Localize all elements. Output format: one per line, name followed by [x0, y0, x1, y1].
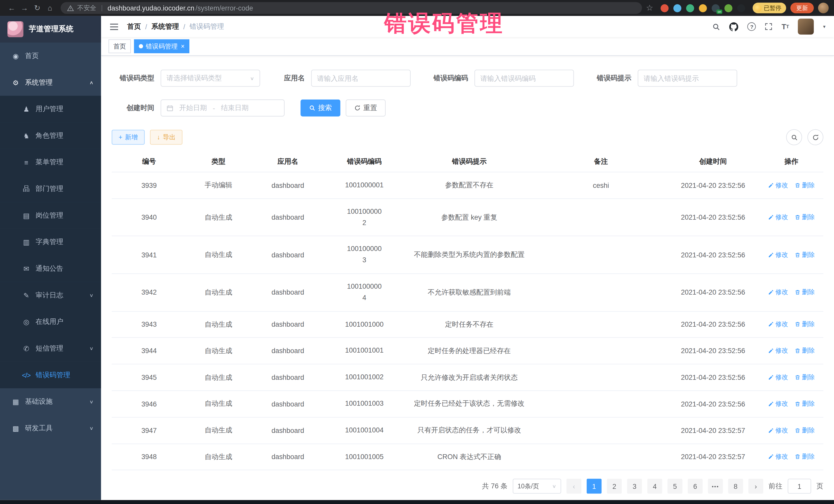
sidebar-item[interactable]: ✆ 短信管理 ∨: [0, 335, 101, 362]
avatar-caret-icon[interactable]: ▾: [823, 24, 825, 29]
page-button[interactable]: 8: [728, 479, 743, 494]
page-button[interactable]: 1: [587, 479, 601, 494]
github-icon[interactable]: [729, 22, 739, 31]
delete-link[interactable]: 删除: [794, 213, 815, 222]
sidebar-item[interactable]: ✎ 审计日志 ∨: [0, 282, 101, 309]
extension-icon-blue-drop[interactable]: [673, 4, 681, 12]
column-header[interactable]: 错误码提示: [403, 152, 535, 172]
page-button[interactable]: 2: [607, 479, 622, 494]
page-button[interactable]: 4: [647, 479, 662, 494]
sidebar-item[interactable]: ▥ 字典管理: [0, 229, 101, 255]
view-tag[interactable]: 错误码管理 ×: [134, 39, 190, 53]
sidebar-item[interactable]: 品 部门管理: [0, 176, 101, 202]
sidebar-item[interactable]: ◎ 在线用户: [0, 308, 101, 335]
font-size-icon[interactable]: TT: [782, 22, 789, 31]
delete-link[interactable]: 删除: [794, 320, 815, 329]
breadcrumb-item[interactable]: 系统管理: [151, 22, 179, 31]
delete-link[interactable]: 删除: [794, 181, 815, 190]
edit-link[interactable]: 修改: [768, 250, 788, 259]
security-label[interactable]: 不安全: [77, 3, 96, 12]
sidebar-item[interactable]: ▦ 基础设施 ∨: [0, 388, 101, 415]
sidebar-item[interactable]: ▤ 岗位管理: [0, 202, 101, 229]
sidebar-toggle-button[interactable]: [108, 21, 121, 33]
edit-link[interactable]: 修改: [768, 181, 788, 190]
delete-link[interactable]: 删除: [794, 426, 815, 435]
end-date-placeholder[interactable]: 结束日期: [221, 103, 249, 113]
column-header[interactable]: 备注: [535, 152, 667, 172]
extension-icon-dark-pin[interactable]: [737, 4, 745, 12]
error-type-select[interactable]: 请选择错误码类型 ∨: [161, 70, 260, 87]
sidebar-item[interactable]: ♞ 角色管理: [0, 123, 101, 149]
export-button[interactable]: ↓ 导出: [150, 130, 182, 145]
extension-icon-switch[interactable]: on: [711, 4, 720, 12]
edit-link[interactable]: 修改: [768, 320, 788, 329]
sidebar-item[interactable]: ♟ 用户管理: [0, 96, 101, 123]
fullscreen-icon[interactable]: [765, 23, 772, 30]
page-size-select[interactable]: 10条/页 ∨: [513, 479, 561, 494]
column-header[interactable]: 错误码编码: [325, 152, 403, 172]
breadcrumb-item[interactable]: 错误码管理: [190, 22, 224, 31]
delete-link[interactable]: 删除: [794, 346, 815, 355]
breadcrumb-item[interactable]: 首页: [127, 22, 141, 31]
reset-button[interactable]: 重置: [346, 100, 386, 116]
app-name-input[interactable]: [311, 70, 411, 87]
address-bar[interactable]: 不安全 | dashboard.yudao.iocoder.cn /system…: [61, 2, 642, 14]
prev-page-button[interactable]: ‹: [566, 479, 581, 494]
extension-icon-green-leaf[interactable]: [724, 4, 732, 12]
page-button[interactable]: 5: [667, 479, 682, 494]
edit-link[interactable]: 修改: [768, 399, 788, 408]
error-code-input[interactable]: [475, 70, 574, 87]
extension-icon-colorful-grid[interactable]: [699, 4, 707, 12]
sidebar-item[interactable]: ≡ 菜单管理: [0, 149, 101, 176]
browser-home-icon[interactable]: ⌂: [44, 4, 57, 12]
sidebar-item[interactable]: ✉ 通知公告: [0, 255, 101, 282]
refresh-table-button[interactable]: [807, 129, 823, 145]
bookmark-star-icon[interactable]: ☆: [646, 3, 653, 13]
profile-paused-badge[interactable]: 已暂停: [753, 3, 786, 13]
date-range-picker[interactable]: 开始日期 - 结束日期: [161, 100, 285, 116]
sidebar-item[interactable]: ▩ 研发工具 ∨: [0, 415, 101, 442]
sidebar-item[interactable]: ⚙ 系统管理 ∧: [0, 69, 101, 96]
page-button[interactable]: 6: [688, 479, 703, 494]
view-tag[interactable]: 首页: [109, 39, 131, 53]
browser-forward-icon[interactable]: →: [18, 4, 31, 12]
user-avatar[interactable]: [798, 19, 814, 35]
page-button[interactable]: 3: [627, 479, 642, 494]
edit-link[interactable]: 修改: [768, 453, 788, 461]
column-header[interactable]: 应用名: [250, 152, 325, 172]
search-icon[interactable]: [712, 23, 720, 30]
edit-link[interactable]: 修改: [768, 373, 788, 382]
help-icon[interactable]: ?: [748, 22, 756, 31]
column-header[interactable]: 创建时间: [667, 152, 759, 172]
delete-link[interactable]: 删除: [794, 399, 815, 408]
sidebar-item[interactable]: </> 错误码管理: [0, 361, 101, 388]
delete-link[interactable]: 删除: [794, 250, 815, 259]
edit-link[interactable]: 修改: [768, 346, 788, 355]
sidebar-item[interactable]: ◉ 首页: [0, 43, 101, 69]
browser-update-button[interactable]: 更新: [790, 3, 814, 13]
toggle-search-button[interactable]: [786, 129, 802, 145]
column-header[interactable]: 编号: [112, 152, 186, 172]
add-button[interactable]: + 新增: [112, 130, 145, 145]
edit-link[interactable]: 修改: [768, 213, 788, 222]
error-msg-input[interactable]: [638, 70, 737, 87]
edit-link[interactable]: 修改: [768, 288, 788, 297]
browser-back-icon[interactable]: ←: [5, 4, 18, 12]
search-button[interactable]: 搜索: [301, 100, 340, 116]
app-logo[interactable]: 芋道管理系统: [0, 16, 101, 43]
page-button[interactable]: •••: [708, 479, 723, 494]
extension-icon-green-v[interactable]: [686, 4, 694, 12]
edit-link[interactable]: 修改: [768, 426, 788, 435]
close-tag-icon[interactable]: ×: [181, 43, 185, 50]
start-date-placeholder[interactable]: 开始日期: [179, 103, 207, 113]
delete-link[interactable]: 删除: [794, 453, 815, 461]
delete-link[interactable]: 删除: [794, 288, 815, 297]
column-header[interactable]: 类型: [186, 152, 250, 172]
next-page-button[interactable]: ›: [748, 479, 763, 494]
browser-reload-icon[interactable]: ↻: [31, 4, 44, 12]
column-header[interactable]: 操作: [759, 152, 824, 172]
goto-page-input[interactable]: [788, 479, 811, 494]
browser-profile-avatar[interactable]: [818, 3, 829, 13]
delete-link[interactable]: 删除: [794, 373, 815, 382]
extension-icon-red-circle[interactable]: [660, 4, 668, 12]
